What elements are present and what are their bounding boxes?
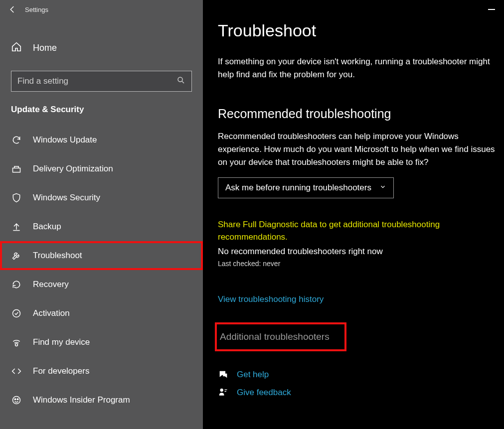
titlebar: Settings: [0, 0, 203, 19]
sidebar-item-windows-insider[interactable]: Windows Insider Program: [0, 386, 203, 415]
window-title: Settings: [25, 6, 48, 13]
no-recommended-text: No recommended troubleshooters right now: [218, 247, 499, 257]
search-box[interactable]: [11, 71, 192, 92]
sidebar-item-label: Find my device: [33, 337, 90, 347]
sidebar-item-label: Activation: [33, 308, 70, 318]
sidebar-item-label: Windows Insider Program: [33, 395, 130, 405]
home-icon: [11, 41, 22, 55]
sidebar-item-troubleshoot[interactable]: Troubleshoot: [0, 241, 203, 270]
code-icon: [11, 366, 22, 377]
chat-icon: [218, 369, 229, 380]
sidebar-item-for-developers[interactable]: For developers: [0, 357, 203, 386]
last-checked-text: Last checked: never: [218, 260, 499, 268]
sidebar-item-activation[interactable]: Activation: [0, 299, 203, 328]
give-feedback-row[interactable]: Give feedback: [218, 387, 499, 398]
backup-icon: [11, 221, 22, 232]
sidebar-item-label: Windows Security: [33, 193, 100, 203]
svg-point-6: [17, 399, 18, 400]
insider-icon: [11, 395, 22, 406]
sidebar-item-label: Troubleshoot: [33, 251, 82, 261]
search-input[interactable]: [17, 76, 176, 86]
share-diagnostic-link[interactable]: Share Full Diagnostic data to get additi…: [218, 218, 499, 244]
sidebar-item-label: Windows Update: [33, 135, 97, 145]
additional-troubleshooters-link[interactable]: Additional troubleshooters: [215, 322, 346, 351]
home-button[interactable]: Home: [0, 34, 203, 62]
sidebar-item-label: Delivery Optimization: [33, 164, 113, 174]
sidebar-item-delivery-optimization[interactable]: Delivery Optimization: [0, 154, 203, 183]
sync-icon: [11, 135, 22, 145]
location-icon: [11, 337, 22, 348]
wrench-icon: [11, 250, 22, 261]
shield-icon: [11, 192, 22, 203]
view-history-link[interactable]: View troubleshooting history: [218, 294, 499, 304]
troubleshooter-preference-dropdown[interactable]: Ask me before running troubleshooters: [218, 177, 394, 198]
main-content: Troubleshoot If something on your device…: [203, 0, 504, 429]
sidebar-item-find-my-device[interactable]: Find my device: [0, 328, 203, 357]
svg-point-2: [13, 310, 20, 317]
section-description: Recommended troubleshooters can help imp…: [218, 130, 499, 169]
sidebar-item-label: Recovery: [33, 280, 69, 289]
get-help-link: Get help: [237, 370, 269, 380]
search-wrap: [11, 71, 192, 92]
sidebar-item-windows-security[interactable]: Windows Security: [0, 183, 203, 212]
recovery-icon: [11, 279, 22, 290]
get-help-row[interactable]: Get help: [218, 369, 499, 380]
back-button[interactable]: [0, 0, 25, 19]
svg-rect-1: [13, 168, 20, 172]
search-icon: [176, 76, 185, 87]
nav-list: Windows Update Delivery Optimization Win…: [0, 126, 203, 415]
sidebar: Settings Home Update & Security Windows …: [0, 0, 203, 429]
page-description: If something on your device isn't workin…: [218, 55, 499, 82]
section-title: Recommended troubleshooting: [218, 107, 499, 121]
svg-point-5: [14, 399, 16, 400]
sidebar-item-backup[interactable]: Backup: [0, 212, 203, 241]
minimize-button[interactable]: [488, 9, 495, 10]
svg-point-0: [178, 77, 182, 82]
dropdown-value: Ask me before running troubleshooters: [225, 183, 371, 193]
sidebar-item-label: For developers: [33, 366, 89, 376]
give-feedback-link: Give feedback: [237, 388, 291, 398]
svg-point-3: [15, 344, 18, 346]
page-title: Troubleshoot: [218, 21, 499, 40]
svg-point-4: [13, 397, 20, 404]
check-circle-icon: [11, 308, 22, 319]
sidebar-item-label: Backup: [33, 222, 61, 232]
sidebar-item-recovery[interactable]: Recovery: [0, 270, 203, 299]
home-label: Home: [33, 43, 57, 53]
feedback-icon: [218, 387, 229, 398]
category-label: Update & Security: [0, 92, 203, 126]
sidebar-item-windows-update[interactable]: Windows Update: [0, 126, 203, 154]
delivery-icon: [11, 163, 22, 174]
svg-point-7: [220, 389, 223, 391]
chevron-down-icon: [379, 183, 386, 193]
